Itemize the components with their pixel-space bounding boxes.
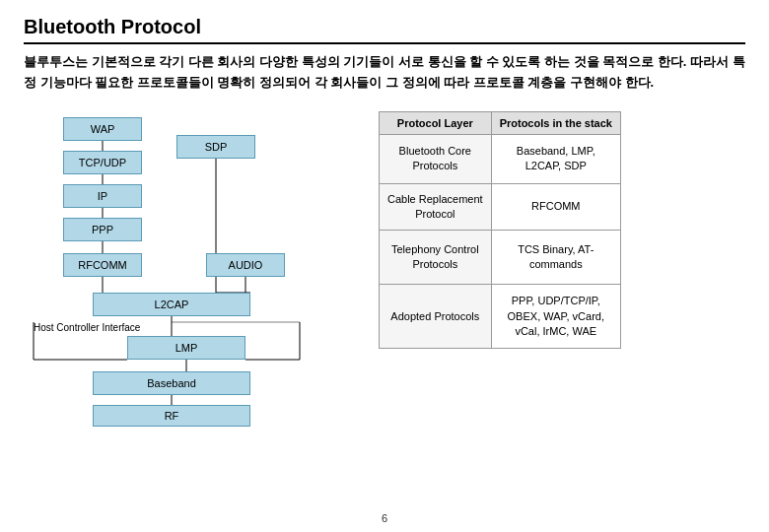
box-rf: RF bbox=[93, 405, 250, 427]
title-section: Bluetooth Protocol bbox=[24, 16, 745, 44]
description: 블루투스는 기본적으로 각기 다른 회사의 다양한 특성의 기기들이 서로 통신… bbox=[24, 52, 745, 94]
box-sdp: SDP bbox=[176, 135, 255, 159]
page-title: Bluetooth Protocol bbox=[24, 16, 201, 37]
table-row: Telephony ControlProtocols TCS Binary, A… bbox=[380, 231, 621, 285]
box-lmp: LMP bbox=[127, 336, 245, 360]
protocols-adopted: PPP, UDP/TCP/IP,OBEX, WAP, vCard,vCal, I… bbox=[491, 285, 620, 349]
box-l2cap: L2CAP bbox=[93, 293, 250, 316]
diagram-inner: WAP SDP TCP/UDP IP PPP AUDIO RFCOMM L2CA… bbox=[24, 107, 359, 413]
layer-cable: Cable ReplacementProtocol bbox=[380, 183, 492, 231]
page: Bluetooth Protocol 블루투스는 기본적으로 각기 다른 회사의… bbox=[0, 0, 769, 532]
hci-label: Host Controller Interface bbox=[34, 322, 140, 333]
table-container: Protocol Layer Protocols in the stack Bl… bbox=[379, 111, 745, 350]
table-row: Cable ReplacementProtocol RFCOMM bbox=[380, 183, 621, 231]
box-baseband: Baseband bbox=[93, 371, 250, 395]
protocols-core: Baseband, LMP,L2CAP, SDP bbox=[491, 134, 620, 183]
col-header-protocols: Protocols in the stack bbox=[491, 111, 620, 134]
box-audio: AUDIO bbox=[206, 253, 285, 277]
table-row: Bluetooth CoreProtocols Baseband, LMP,L2… bbox=[380, 134, 621, 183]
page-number: 6 bbox=[382, 512, 387, 524]
protocol-diagram: WAP SDP TCP/UDP IP PPP AUDIO RFCOMM L2CA… bbox=[24, 107, 359, 413]
table-row: Adopted Protocols PPP, UDP/TCP/IP,OBEX, … bbox=[380, 285, 621, 349]
box-wap: WAP bbox=[63, 117, 142, 141]
box-tcpudp: TCP/UDP bbox=[63, 151, 142, 174]
col-header-layer: Protocol Layer bbox=[380, 111, 492, 134]
box-ip: IP bbox=[63, 184, 142, 208]
main-content: WAP SDP TCP/UDP IP PPP AUDIO RFCOMM L2CA… bbox=[24, 107, 745, 413]
layer-telephony: Telephony ControlProtocols bbox=[380, 231, 492, 285]
box-rfcomm: RFCOMM bbox=[63, 253, 142, 277]
box-ppp: PPP bbox=[63, 218, 142, 241]
protocols-telephony: TCS Binary, AT-commands bbox=[491, 231, 620, 285]
protocol-table: Protocol Layer Protocols in the stack Bl… bbox=[379, 111, 621, 350]
protocols-cable: RFCOMM bbox=[491, 183, 620, 231]
layer-core: Bluetooth CoreProtocols bbox=[380, 134, 492, 183]
layer-adopted: Adopted Protocols bbox=[380, 285, 492, 349]
